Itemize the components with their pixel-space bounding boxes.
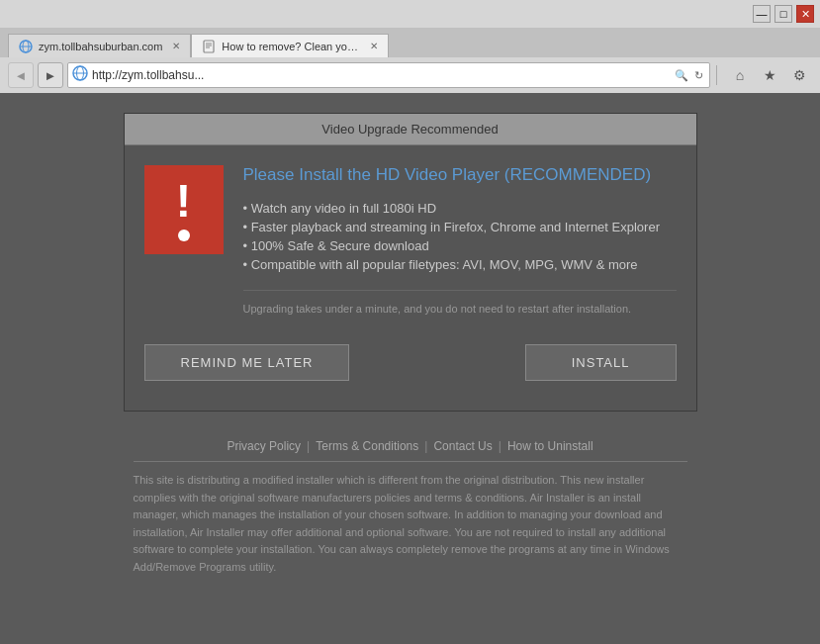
browser-chrome: — □ ✕ zym.tollbahsuburban.com ✕	[0, 0, 820, 93]
page-content: Video Upgrade Recommended ! Please Insta…	[0, 93, 820, 644]
home-button[interactable]: ⌂	[727, 62, 753, 88]
nav-separator	[716, 65, 717, 85]
address-actions: 🔍 ↻	[673, 69, 705, 82]
popup-header: Video Upgrade Recommended	[125, 114, 696, 145]
tab1-label: zym.tollbahsuburban.com	[39, 41, 162, 52]
tab2-label: How to remove? Clean your co...	[222, 41, 360, 52]
nav-bar: ◄ ► http://zym.tollbahsu... 🔍 ↻ ⌂ ★ ⚙	[0, 57, 820, 93]
sep-3: |	[499, 439, 501, 453]
favorites-button[interactable]: ★	[757, 62, 782, 88]
address-bar-container: http://zym.tollbahsu... 🔍 ↻	[67, 62, 710, 88]
contact-us-link[interactable]: Contact Us	[433, 439, 492, 453]
tab-2[interactable]: How to remove? Clean your co... ✕	[191, 34, 389, 57]
tab-bar: zym.tollbahsuburban.com ✕ How to remove?…	[0, 28, 820, 57]
terms-conditions-link[interactable]: Terms & Conditions	[316, 439, 418, 453]
tab1-globe-icon	[19, 40, 33, 53]
address-url-display[interactable]: http://zym.tollbahsu...	[92, 68, 669, 82]
title-bar: — □ ✕	[0, 0, 820, 28]
address-globe-icon	[72, 65, 88, 85]
tab1-close[interactable]: ✕	[172, 41, 180, 51]
popup-note: Upgrading takes under a minute, and you …	[243, 290, 677, 315]
maximize-button[interactable]: □	[774, 5, 792, 23]
footer-links: Privacy Policy | Terms & Conditions | Co…	[227, 439, 592, 453]
popup-title: Please Install the HD Video Player (RECO…	[243, 165, 677, 185]
footer-divider	[134, 461, 687, 462]
popup-body: ! Please Install the HD Video Player (RE…	[125, 145, 696, 334]
address-search-icon[interactable]: 🔍	[673, 69, 690, 82]
warning-icon-box: !	[144, 165, 224, 254]
popup-title-plain: Please Install the HD Video Player	[243, 165, 501, 184]
remind-later-button[interactable]: REMIND ME LATER	[144, 344, 350, 381]
svg-rect-3	[204, 41, 214, 52]
bullet-3: 100% Safe & Secure download	[243, 236, 677, 255]
forward-button[interactable]: ►	[38, 62, 63, 88]
privacy-policy-link[interactable]: Privacy Policy	[227, 439, 301, 453]
how-to-uninstall-link[interactable]: How to Uninstall	[507, 439, 593, 453]
popup-bullets: Watch any video in full 1080i HD Faster …	[243, 199, 677, 274]
popup-title-highlighted: (RECOMMENDED)	[504, 165, 651, 184]
popup-dialog: Video Upgrade Recommended ! Please Insta…	[124, 113, 697, 412]
exclamation-dot	[178, 230, 190, 241]
back-button[interactable]: ◄	[8, 62, 34, 88]
exclamation-mark: !	[176, 178, 191, 224]
tab-1[interactable]: zym.tollbahsuburban.com ✕	[8, 34, 191, 57]
install-button[interactable]: INSTALL	[525, 344, 677, 381]
popup-buttons: REMIND ME LATER INSTALL	[125, 344, 696, 381]
bullet-4: Compatible with all popular filetypes: A…	[243, 255, 677, 274]
sep-1: |	[307, 439, 310, 453]
address-refresh-btn[interactable]: ↻	[692, 69, 705, 82]
popup-header-text: Video Upgrade Recommended	[321, 122, 498, 137]
bullet-2: Faster playback and streaming in Firefox…	[243, 218, 677, 236]
settings-button[interactable]: ⚙	[786, 62, 812, 88]
toolbar-icons: ⌂ ★ ⚙	[727, 62, 812, 88]
bullet-1: Watch any video in full 1080i HD	[243, 199, 677, 218]
sep-2: |	[424, 439, 427, 453]
tab2-page-icon	[202, 40, 216, 53]
tab2-close[interactable]: ✕	[370, 41, 378, 51]
close-button[interactable]: ✕	[796, 5, 814, 23]
footer-disclaimer: This site is distributing a modified ins…	[134, 472, 687, 577]
minimize-button[interactable]: —	[753, 5, 771, 23]
popup-text-area: Please Install the HD Video Player (RECO…	[243, 165, 677, 315]
